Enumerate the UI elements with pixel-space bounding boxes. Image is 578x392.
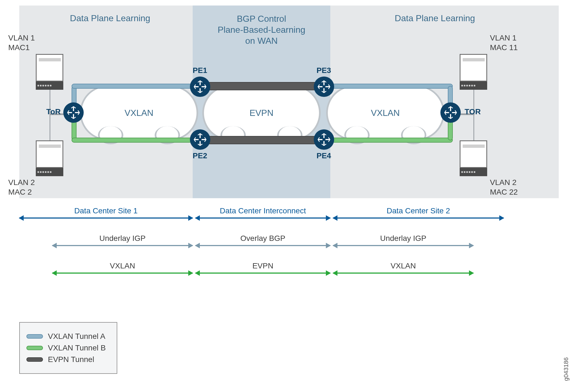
cloud-left-label: VXLAN xyxy=(125,108,154,118)
server-tr-l2: MAC 11 xyxy=(490,43,518,52)
server-top-left xyxy=(36,54,63,90)
tunnel-a-left-h xyxy=(72,84,201,89)
legend-label-a: VXLAN Tunnel A xyxy=(48,332,105,341)
arrow-3c: VXLAN xyxy=(333,262,473,274)
cloud-center-label: EVPN xyxy=(249,108,273,118)
heading-center-l2: Plane-Based-Learning xyxy=(218,25,305,35)
main-panel: Data Plane Learning BGP Control Plane-Ba… xyxy=(19,6,559,198)
router-icon xyxy=(317,79,331,94)
arrow-3a-label: VXLAN xyxy=(110,262,135,270)
heading-left: Data Plane Learning xyxy=(55,13,165,23)
arrow-1c: Data Center Site 2 xyxy=(333,206,504,219)
router-pe4-label: PE4 xyxy=(317,151,331,160)
arrow-row-1: Data Center Site 1 Data Center Interconn… xyxy=(19,206,559,228)
legend-row-a: VXLAN Tunnel A xyxy=(26,332,106,341)
arrow-2c: Underlay IGP xyxy=(333,234,473,246)
router-icon xyxy=(193,79,208,94)
router-pe3 xyxy=(314,77,334,97)
legend-label-b: VXLAN Tunnel B xyxy=(48,344,106,352)
legend-swatch-blue xyxy=(26,334,43,339)
server-tr-l1: VLAN 1 xyxy=(490,34,517,42)
router-pe1 xyxy=(190,77,210,97)
tunnel-a-right-h xyxy=(323,84,453,89)
server-br-l1: VLAN 2 xyxy=(490,178,517,187)
router-tor-right-label: TOR xyxy=(465,107,481,116)
server-bot-right xyxy=(460,140,487,176)
legend-label-c: EVPN Tunnel xyxy=(48,355,94,364)
legend-row-b: VXLAN Tunnel B xyxy=(26,344,106,352)
router-icon xyxy=(317,132,331,147)
server-tl-label: VLAN 1 MAC1 xyxy=(8,33,35,52)
cloud-right-label: VXLAN xyxy=(371,108,400,118)
server-bot-left xyxy=(36,140,63,176)
server-tr-label: VLAN 1 MAC 11 xyxy=(490,33,518,52)
arrow-3b: EVPN xyxy=(195,262,330,274)
server-br-label: VLAN 2 MAC 22 xyxy=(490,178,518,197)
router-tor-left-label: ToR xyxy=(46,107,61,116)
router-icon xyxy=(193,132,208,147)
router-icon xyxy=(443,105,458,120)
tunnel-b-right-h xyxy=(323,138,453,143)
cloud-right: VXLAN xyxy=(326,85,445,140)
arrow-2a-label: Underlay IGP xyxy=(99,234,146,243)
heading-center-l1: BGP Control xyxy=(237,14,286,24)
arrow-row-2: Underlay IGP Overlay BGP Underlay IGP xyxy=(19,234,559,256)
evpn-tunnel-bottom xyxy=(200,136,323,144)
arrow-3a: VXLAN xyxy=(52,262,193,274)
legend-swatch-green xyxy=(26,346,43,350)
legend-swatch-grey xyxy=(26,357,43,362)
router-pe4 xyxy=(314,129,334,150)
arrow-row-3: VXLAN EVPN VXLAN xyxy=(19,262,559,284)
arrow-1a-label: Data Center Site 1 xyxy=(74,206,138,215)
cloud-left: VXLAN xyxy=(80,85,198,140)
heading-center-l3: on WAN xyxy=(245,36,278,46)
router-icon xyxy=(66,105,81,120)
arrow-2b: Overlay BGP xyxy=(195,234,330,246)
arrow-1c-label: Data Center Site 2 xyxy=(387,206,450,215)
arrow-2a: Underlay IGP xyxy=(52,234,193,246)
router-tor-right xyxy=(440,102,461,123)
router-pe3-label: PE3 xyxy=(317,66,331,75)
legend-box: VXLAN Tunnel A VXLAN Tunnel B EVPN Tunne… xyxy=(19,322,117,374)
server-bl-l1: VLAN 2 xyxy=(8,178,35,187)
arrow-3c-label: VXLAN xyxy=(391,262,416,270)
cloud-center: EVPN xyxy=(202,85,321,140)
legend-row-c: EVPN Tunnel xyxy=(26,355,106,364)
arrow-2b-label: Overlay BGP xyxy=(240,234,285,243)
router-tor-left xyxy=(63,102,84,123)
heading-right: Data Plane Learning xyxy=(380,13,490,23)
server-top-right xyxy=(460,54,487,90)
server-tl-l2: MAC1 xyxy=(8,43,30,52)
server-bl-label: VLAN 2 MAC 2 xyxy=(8,178,35,197)
server-tl-l1: VLAN 1 xyxy=(8,34,35,42)
arrow-1b: Data Center Interconnect xyxy=(195,206,330,219)
diagram-container: Data Plane Learning BGP Control Plane-Ba… xyxy=(19,6,559,284)
server-br-l2: MAC 22 xyxy=(490,188,518,196)
router-pe2 xyxy=(190,129,210,150)
heading-center: BGP Control Plane-Based-Learning on WAN xyxy=(193,13,330,46)
arrow-2c-label: Underlay IGP xyxy=(380,234,426,243)
router-pe2-label: PE2 xyxy=(193,151,207,160)
evpn-tunnel-top xyxy=(200,82,323,90)
arrow-3b-label: EVPN xyxy=(252,262,273,270)
image-id: g043186 xyxy=(563,357,570,381)
arrow-1a: Data Center Site 1 xyxy=(19,206,193,219)
tunnel-b-left-h xyxy=(72,138,201,143)
arrow-1b-label: Data Center Interconnect xyxy=(220,206,306,215)
server-bl-l2: MAC 2 xyxy=(8,188,32,196)
router-pe1-label: PE1 xyxy=(193,66,207,75)
